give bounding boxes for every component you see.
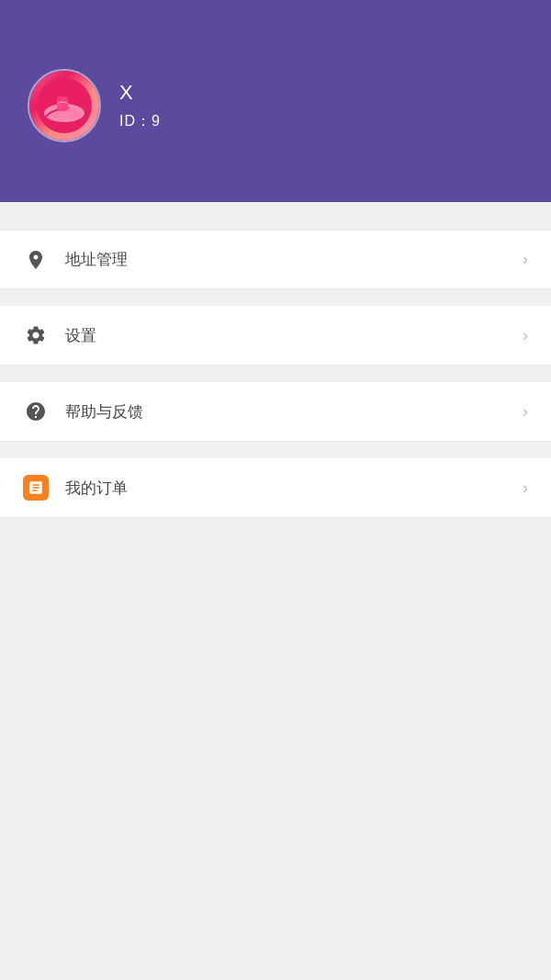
menu-label-help: 帮助与反馈 [65, 401, 523, 422]
menu-container: 地址管理 › 设置 › 帮助与反馈 › 我的订单 › [0, 202, 551, 546]
menu-label-orders: 我的订单 [65, 478, 523, 499]
menu-item-settings[interactable]: 设置 › [0, 306, 551, 366]
user-id: ID：9 [119, 112, 161, 131]
avatar-image [29, 71, 99, 141]
header: X ID：9 [0, 0, 551, 202]
orders-icon [23, 475, 49, 501]
help-circle-icon [23, 399, 49, 424]
menu-label-address: 地址管理 [65, 249, 523, 270]
chevron-icon-settings: › [523, 326, 528, 345]
menu-item-help[interactable]: 帮助与反馈 › [0, 382, 551, 442]
gear-icon [23, 322, 49, 348]
chevron-icon-help: › [523, 402, 528, 422]
menu-item-orders[interactable]: 我的订单 › [0, 458, 551, 518]
svg-rect-2 [57, 96, 68, 111]
chevron-icon-address: › [523, 250, 528, 269]
location-icon [23, 247, 49, 273]
user-info: X ID：9 [119, 81, 161, 131]
main-content [0, 546, 551, 980]
avatar[interactable] [28, 69, 101, 142]
chevron-icon-orders: › [523, 479, 528, 498]
menu-label-settings: 设置 [65, 325, 523, 346]
username: X [119, 81, 161, 105]
menu-item-address[interactable]: 地址管理 › [0, 230, 551, 289]
